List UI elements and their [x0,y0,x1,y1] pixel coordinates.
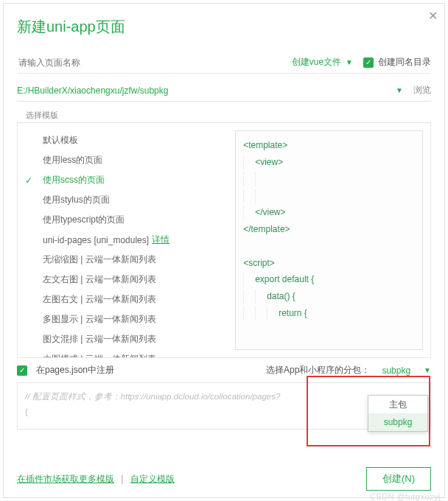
page-name-input[interactable] [17,57,286,69]
same-dir-label: 创建同名目录 [378,56,431,69]
divider [17,73,431,74]
subpkg-dropdown-popup: 主包 subpkg [368,395,428,432]
config-brace: { [25,404,423,420]
template-item[interactable]: 图文混排 | 云端一体新闻列表 [18,329,232,349]
template-item[interactable]: 左图右文 | 云端一体新闻列表 [18,290,232,309]
chevron-down-icon[interactable]: ▼ [396,86,403,94]
dropdown-option[interactable]: 主包 [368,396,427,413]
template-item[interactable]: 无缩缩图 | 云端一体新闻列表 [18,250,232,270]
register-checkbox[interactable]: ✓ [17,365,27,376]
subpkg-dropdown[interactable]: subpkg ▼ [374,365,431,376]
template-section: 默认模板 使用less的页面 ✓使用scss的页面 使用stylus的页面 使用… [17,122,431,358]
template-item[interactable]: 使用stylus的页面 [18,190,232,210]
template-section-label: 选择模版 [23,110,61,121]
template-section-header: 选择模版 [17,115,431,122]
create-button[interactable]: 创建(N) [366,467,431,491]
check-icon: ✓ [25,175,32,186]
create-vue-label: 创建vue文件 [292,56,341,69]
template-item-selected[interactable]: ✓使用scss的页面 [18,170,232,190]
detail-link[interactable]: 详情 [152,234,169,246]
template-item[interactable]: 默认模板 [18,130,232,150]
template-item[interactable]: 多图显示 | 云端一体新闻列表 [18,309,232,329]
template-item[interactable]: uni-id-pages [uni_modules]详情 [18,230,232,250]
more-templates-link[interactable]: 在插件市场获取更多模版 [17,474,114,484]
path-row: E:/HBuilderX/xiaochengxu/jzfw/subpkg ▼ 浏… [4,84,444,97]
separator: | [121,474,123,484]
template-item[interactable]: 使用less的页面 [18,150,232,170]
watermark: CSDN @tutgxuzyj [370,492,441,501]
code-preview: <template> <view> </view> </template> <s… [235,130,423,350]
create-vue-dropdown[interactable]: 创建vue文件 ▼ [292,56,353,69]
chevron-down-icon: ▼ [346,58,353,66]
template-item[interactable]: 大图模式 | 云端一体新闻列表 [18,349,232,357]
subpkg-value: subpkg [382,365,410,376]
chevron-down-icon: ▼ [424,366,431,374]
footer-links: 在插件市场获取更多模版 | 自定义模版 [17,473,366,486]
close-icon[interactable]: ✕ [422,5,443,26]
template-item[interactable]: 使用typescript的页面 [18,210,232,230]
page-name-row: 创建vue文件 ▼ ✓ 创建同名目录 [4,56,444,69]
register-label: 在pages.json中注册 [36,364,114,376]
subpkg-prompt: 选择App和小程序的分包： [266,364,370,376]
dropdown-option-selected[interactable]: subpkg [368,413,427,431]
same-dir-checkbox[interactable]: ✓ [363,57,374,68]
template-item[interactable]: 左文右图 | 云端一体新闻列表 [18,270,232,290]
config-comment: // 配置页面样式，参考：https://uniapp.dcloud.io/co… [25,389,423,404]
dialog-title: 新建uni-app页面 [4,4,444,37]
divider [17,101,431,102]
browse-button[interactable]: 浏览 [413,84,431,97]
path-value: E:/HBuilderX/xiaochengxu/jzfw/subpkg [17,85,396,96]
register-row: ✓ 在pages.json中注册 选择App和小程序的分包： subpkg ▼ [4,358,444,376]
template-list: 默认模板 使用less的页面 ✓使用scss的页面 使用stylus的页面 使用… [18,123,232,357]
custom-template-link[interactable]: 自定义模版 [130,474,175,484]
